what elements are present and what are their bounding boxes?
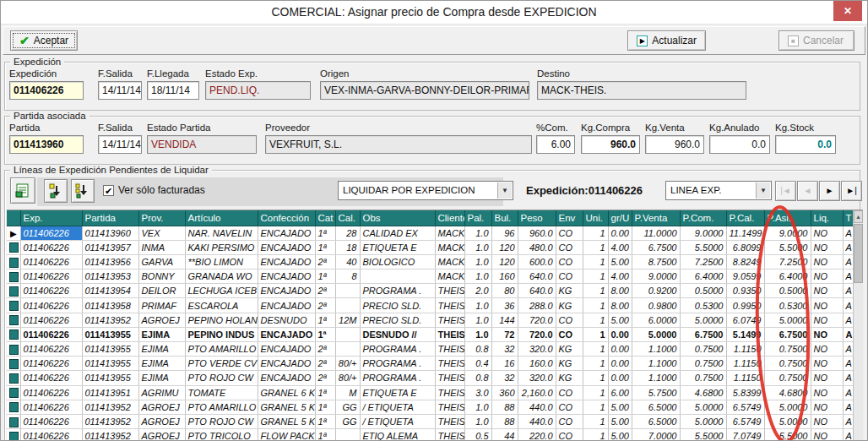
cell-liq[interactable]: NO bbox=[811, 270, 843, 284]
cell-confeccion[interactable]: GRANEL 5 K bbox=[258, 400, 315, 414]
cell-cal[interactable]: 12M bbox=[335, 313, 360, 327]
cell-bul[interactable]: 32 bbox=[491, 342, 518, 357]
cell-bul[interactable]: 360 bbox=[491, 385, 518, 400]
cell-cliente[interactable]: THEIS bbox=[435, 298, 464, 313]
cell-exp[interactable]: 011406226 bbox=[20, 240, 82, 254]
cell-pcal[interactable]: 6.5749 bbox=[726, 414, 764, 428]
cell-peso[interactable]: 440.0 bbox=[518, 414, 556, 428]
cell-env[interactable]: CO bbox=[556, 254, 583, 269]
liquidar-button[interactable] bbox=[10, 177, 35, 204]
cell-pasi[interactable]: 5.0000 bbox=[764, 414, 811, 428]
cell-bul[interactable]: 144 bbox=[491, 313, 518, 327]
cell-pal[interactable]: 1.0 bbox=[464, 327, 491, 341]
column-header-cat[interactable]: Cat bbox=[315, 210, 335, 226]
cell-pcal[interactable]: 6.8099 bbox=[726, 240, 764, 254]
cell-pventa[interactable]: 6.7500 bbox=[632, 240, 680, 254]
cell-pal[interactable]: 1.0 bbox=[464, 313, 491, 327]
cell-confeccion[interactable]: ENCAJADO bbox=[258, 371, 315, 385]
cell-prov[interactable]: EJIMA bbox=[138, 357, 185, 371]
cell-liq[interactable]: NO bbox=[811, 240, 843, 254]
cell-pcom[interactable]: 9.0000 bbox=[680, 226, 726, 240]
cell-confeccion[interactable]: ENCAJADO bbox=[258, 240, 315, 254]
column-header-confeccion[interactable]: Confección bbox=[258, 210, 315, 226]
cell-pasi[interactable]: 5.5000 bbox=[764, 429, 811, 440]
cancel-button[interactable]: ■ Cancelar bbox=[778, 30, 854, 51]
cell-bul[interactable]: 16 bbox=[491, 357, 518, 371]
cell-partida[interactable]: 011413952 bbox=[82, 400, 138, 414]
cell-peso[interactable]: 720.0 bbox=[518, 327, 556, 341]
cell-articulo[interactable]: PTO TRICOLO bbox=[185, 429, 258, 440]
cell-prov[interactable]: EJIMA bbox=[138, 371, 185, 385]
cell-articulo[interactable]: PEPINO INDUS bbox=[185, 327, 258, 341]
column-header-pasi[interactable]: P.Asi. bbox=[764, 210, 811, 226]
cell-env[interactable]: CO bbox=[556, 226, 583, 240]
cell-gru[interactable]: 4.00 bbox=[608, 270, 632, 284]
cell-liq[interactable]: NO bbox=[811, 226, 843, 240]
cell-uni[interactable]: 1 bbox=[583, 429, 608, 440]
cell-prov[interactable]: EJIMA bbox=[138, 342, 185, 357]
cell-obs[interactable]: / ETIQUETA bbox=[360, 400, 435, 414]
cell-partida[interactable]: 011413960 bbox=[82, 226, 138, 240]
cell-pventa[interactable]: 6.5000 bbox=[632, 414, 680, 428]
cell-exp[interactable]: 011406226 bbox=[20, 385, 82, 400]
cell-t[interactable]: A bbox=[843, 429, 853, 440]
cell-pcom[interactable]: 6.7500 bbox=[680, 327, 726, 341]
cell-pcom[interactable]: 7.2500 bbox=[680, 254, 726, 269]
cell-pcal[interactable]: 6.0749 bbox=[726, 313, 764, 327]
column-header-cliente[interactable]: Cliente bbox=[435, 210, 464, 226]
cell-t[interactable]: A bbox=[843, 385, 853, 400]
cell-pal[interactable]: 1.0 bbox=[464, 298, 491, 313]
cell-pal[interactable]: 1.0 bbox=[464, 240, 491, 254]
cell-obs[interactable]: / ETIQUETA bbox=[360, 414, 435, 428]
cell-obs[interactable]: ETIQ ALEMA bbox=[360, 429, 435, 440]
cell-confeccion[interactable]: ENCAJADO bbox=[258, 342, 315, 357]
cell-liq[interactable]: NO bbox=[811, 342, 843, 357]
row-marker-icon[interactable] bbox=[7, 400, 20, 414]
cell-prov[interactable]: GARVA bbox=[138, 254, 185, 269]
cell-env[interactable]: KG bbox=[556, 371, 583, 385]
expedicion-field[interactable]: 011406226 bbox=[9, 81, 84, 100]
cell-cat[interactable]: 1ª bbox=[315, 226, 335, 240]
cell-t[interactable]: A bbox=[843, 414, 853, 428]
cell-obs[interactable] bbox=[360, 270, 435, 284]
cell-prov[interactable]: VEX bbox=[138, 226, 185, 240]
cell-articulo[interactable]: PTO AMARILLO bbox=[185, 400, 258, 414]
cell-uni[interactable]: 1 bbox=[583, 313, 608, 327]
cell-pasi[interactable]: 4.6800 bbox=[764, 385, 811, 400]
row-marker-icon[interactable] bbox=[7, 385, 20, 400]
cell-peso[interactable]: 440.0 bbox=[518, 400, 556, 414]
cell-exp[interactable]: 011406226 bbox=[20, 400, 82, 414]
row-marker-icon[interactable] bbox=[7, 327, 20, 341]
cell-pcal[interactable]: 9.0599 bbox=[726, 270, 764, 284]
cell-uni[interactable]: 1 bbox=[583, 357, 608, 371]
row-marker-icon[interactable] bbox=[7, 342, 20, 357]
cell-cliente[interactable]: THEIS bbox=[435, 327, 464, 341]
row-marker-icon[interactable] bbox=[7, 313, 20, 327]
cell-partida[interactable]: 011413956 bbox=[82, 254, 138, 269]
cell-cliente[interactable]: MACK bbox=[435, 270, 464, 284]
cell-gru[interactable]: 0.00 bbox=[608, 357, 632, 371]
cell-pventa[interactable]: 6.5000 bbox=[632, 400, 680, 414]
vertical-scrollbar[interactable]: ▲ bbox=[853, 210, 863, 440]
cell-cliente[interactable]: THEIS bbox=[435, 414, 464, 428]
cell-pasi[interactable]: 0.7500 bbox=[764, 371, 811, 385]
cell-cliente[interactable]: MACK bbox=[435, 240, 464, 254]
cell-uni[interactable]: 1 bbox=[583, 284, 608, 298]
cell-liq[interactable]: NO bbox=[811, 400, 843, 414]
cell-partida[interactable]: 011413953 bbox=[82, 270, 138, 284]
asignar-todas-button[interactable] bbox=[71, 179, 95, 203]
cell-peso[interactable]: 480.0 bbox=[518, 240, 556, 254]
cell-exp[interactable]: 011406226 bbox=[20, 313, 82, 327]
cell-articulo[interactable]: TOMATE bbox=[185, 385, 258, 400]
cell-exp[interactable]: 011406226 bbox=[20, 414, 82, 428]
cell-pventa[interactable]: 1.1000 bbox=[632, 371, 680, 385]
cell-peso[interactable]: 640.0 bbox=[518, 270, 556, 284]
cell-pcal[interactable]: 0.9950 bbox=[726, 298, 764, 313]
cell-gru[interactable]: 5.00 bbox=[608, 254, 632, 269]
column-header-partida[interactable]: Partida bbox=[82, 210, 138, 226]
cell-env[interactable]: KG bbox=[556, 298, 583, 313]
cell-bul[interactable]: 120 bbox=[491, 254, 518, 269]
cell-cliente[interactable]: THEIS bbox=[435, 429, 464, 440]
cell-exp[interactable]: 011406226 bbox=[20, 284, 82, 298]
refresh-button[interactable]: ▶ Actualizar bbox=[627, 30, 706, 51]
